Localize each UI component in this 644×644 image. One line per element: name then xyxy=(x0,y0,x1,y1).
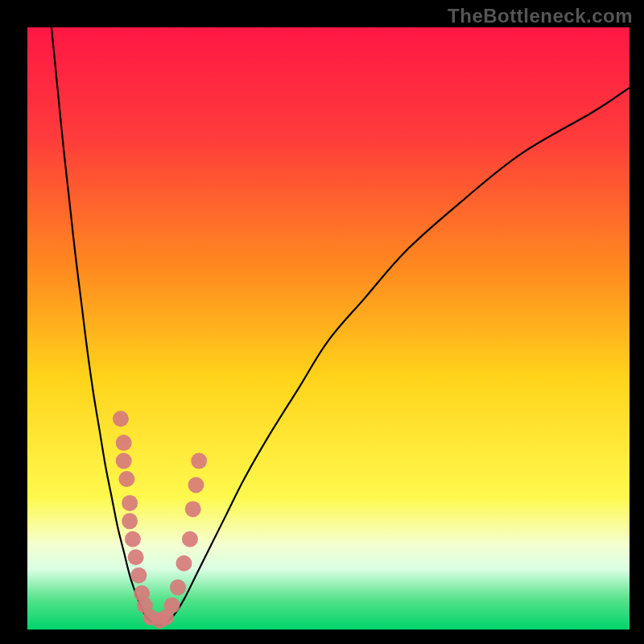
data-point xyxy=(191,453,207,469)
data-point xyxy=(116,453,132,469)
data-point xyxy=(125,531,141,547)
data-point xyxy=(188,477,204,493)
gradient-background xyxy=(27,27,630,630)
attribution-text: TheBottleneck.com xyxy=(448,5,633,27)
chart-svg xyxy=(27,27,630,630)
data-point xyxy=(185,501,201,517)
data-point xyxy=(170,580,186,596)
plot-area xyxy=(27,27,630,630)
chart-frame: TheBottleneck.com xyxy=(0,0,644,644)
data-point xyxy=(116,435,132,451)
data-point xyxy=(130,568,147,584)
data-point xyxy=(182,531,198,547)
data-point xyxy=(122,495,138,511)
data-point xyxy=(122,513,138,529)
data-point xyxy=(128,549,144,565)
data-point xyxy=(175,555,192,572)
data-point xyxy=(113,411,129,427)
data-point xyxy=(118,471,134,487)
data-point xyxy=(164,597,180,613)
